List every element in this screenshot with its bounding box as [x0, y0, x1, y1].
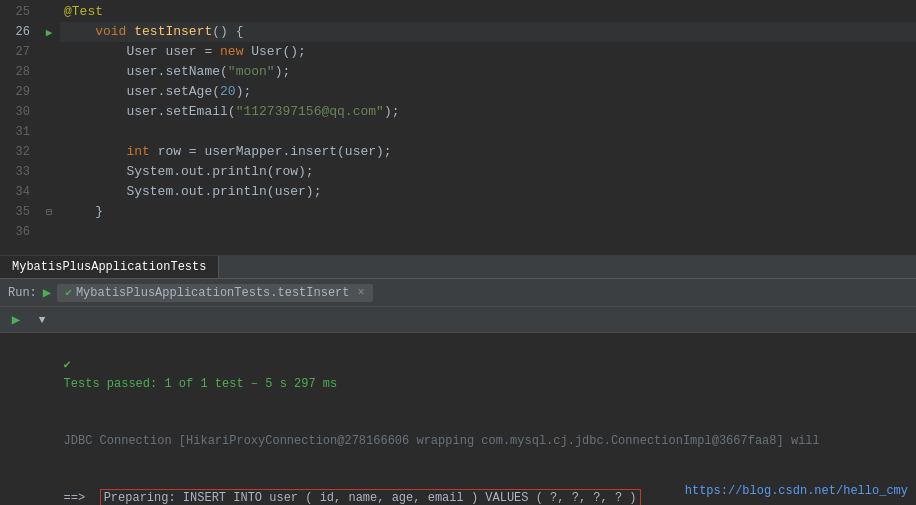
- console-output: ✔ Tests passed: 1 of 1 test – 5 s 297 ms…: [0, 333, 916, 505]
- check-icon: ✔: [64, 358, 78, 372]
- blog-link[interactable]: https://blog.csdn.net/hello_cmy: [685, 482, 908, 501]
- line-num-32: 32: [4, 142, 30, 162]
- line-num-36: 36: [4, 222, 30, 242]
- test-result-text: Tests passed: 1 of 1 test – 5 s 297 ms: [64, 377, 338, 391]
- line-num-25: 25: [4, 2, 30, 22]
- run-indicator-icon: ▶: [46, 26, 53, 39]
- gutter-29: [38, 82, 60, 102]
- code-line-35: }: [60, 202, 916, 222]
- gutter-34: [38, 182, 60, 202]
- gutter-28: [38, 62, 60, 82]
- gutter-32: [38, 142, 60, 162]
- code-line-29: user.setAge(20);: [60, 82, 916, 102]
- line-num-27: 27: [4, 42, 30, 62]
- line-num-28: 28: [4, 62, 30, 82]
- console-jdbc-line: JDBC Connection [HikariProxyConnection@2…: [6, 413, 910, 470]
- console-toolbar: ▶ ▼: [0, 307, 916, 333]
- gutter-30: [38, 102, 60, 122]
- file-tab-mybatis[interactable]: MybatisPlusApplicationTests: [0, 256, 219, 278]
- line-num-30: 30: [4, 102, 30, 122]
- editor-gutter: ▶ ⊟: [38, 0, 60, 255]
- fold-icon[interactable]: ⊟: [46, 206, 52, 218]
- file-tab-label: MybatisPlusApplicationTests: [12, 260, 206, 274]
- file-tabs-bar: MybatisPlusApplicationTests: [0, 255, 916, 279]
- editor-area: 25 26 27 28 29 30 31 32 33 34 35 36 ▶: [0, 0, 916, 255]
- test-passed-line: ✔ Tests passed: 1 of 1 test – 5 s 297 ms: [6, 337, 910, 413]
- line-num-34: 34: [4, 182, 30, 202]
- gutter-31: [38, 122, 60, 142]
- code-line-32: int row = userMapper.insert(user);: [60, 142, 916, 162]
- preparing-box: Preparing: INSERT INTO user ( id, name, …: [100, 489, 641, 505]
- run-tab-name: MybatisPlusApplicationTests.testInsert: [76, 286, 350, 300]
- gutter-26: ▶: [38, 22, 60, 42]
- expand-icon: ▼: [39, 314, 46, 326]
- run-tab-close[interactable]: ×: [358, 286, 365, 300]
- run-tab-icon: ✔: [65, 286, 72, 299]
- line-num-35: 35: [4, 202, 30, 222]
- code-content: @Test void testInsert() { User user = ne…: [60, 0, 916, 255]
- code-line-25: @Test: [60, 2, 916, 22]
- code-line-34: System.out.println(user);: [60, 182, 916, 202]
- line-num-29: 29: [4, 82, 30, 102]
- line-num-26: 26: [4, 22, 30, 42]
- code-line-30: user.setEmail("1127397156@qq.com");: [60, 102, 916, 122]
- arrow-right-1: ==>: [64, 491, 100, 505]
- expand-button[interactable]: ▼: [32, 310, 52, 330]
- code-line-31: [60, 122, 916, 142]
- code-line-26: void testInsert() {: [60, 22, 916, 42]
- run-tab[interactable]: ✔ MybatisPlusApplicationTests.testInsert…: [57, 284, 372, 302]
- line-numbers: 25 26 27 28 29 30 31 32 33 34 35 36: [0, 0, 38, 255]
- gutter-27: [38, 42, 60, 62]
- console-area: ▶ ▼ ✔ Tests passed: 1 of 1 test – 5 s 29…: [0, 307, 916, 505]
- line-num-31: 31: [4, 122, 30, 142]
- line-num-33: 33: [4, 162, 30, 182]
- gutter-25: [38, 2, 60, 22]
- code-line-27: User user = new User();: [60, 42, 916, 62]
- gutter-33: [38, 162, 60, 182]
- gutter-35: ⊟: [38, 202, 60, 222]
- gutter-36: [38, 222, 60, 242]
- annotation-test: @Test: [64, 2, 103, 22]
- code-line-36: [60, 222, 916, 242]
- run-label: Run:: [8, 286, 37, 300]
- run-icon: ▶: [43, 284, 51, 301]
- code-line-28: user.setName("moon");: [60, 62, 916, 82]
- app-container: 25 26 27 28 29 30 31 32 33 34 35 36 ▶: [0, 0, 916, 505]
- play-button[interactable]: ▶: [6, 310, 26, 330]
- run-bar: Run: ▶ ✔ MybatisPlusApplicationTests.tes…: [0, 279, 916, 307]
- code-line-33: System.out.println(row);: [60, 162, 916, 182]
